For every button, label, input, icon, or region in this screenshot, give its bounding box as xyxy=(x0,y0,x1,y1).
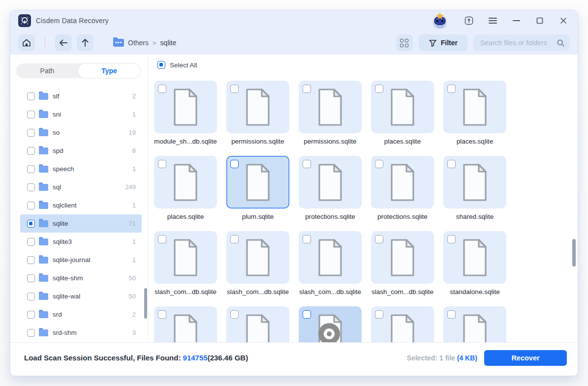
document-file-icon xyxy=(240,162,276,203)
folder-icon xyxy=(39,93,48,100)
file-checkbox[interactable] xyxy=(158,85,166,93)
maximize-icon[interactable] xyxy=(534,15,545,26)
file-tile[interactable] xyxy=(226,81,289,133)
file-tile[interactable] xyxy=(443,81,506,133)
file-tile[interactable] xyxy=(371,306,434,342)
filter-button[interactable]: Filter xyxy=(419,34,467,51)
file-checkbox[interactable] xyxy=(447,160,456,168)
up-button[interactable] xyxy=(77,34,93,51)
recover-button[interactable]: Recover xyxy=(484,350,567,366)
sidebar-scrollbar[interactable] xyxy=(144,288,147,319)
document-file-icon xyxy=(168,237,203,278)
file-tile[interactable] xyxy=(226,231,289,284)
file-tile[interactable] xyxy=(443,231,506,284)
toolbar-separator xyxy=(45,37,45,48)
file-checkbox[interactable] xyxy=(230,85,239,93)
main-scrollbar[interactable] xyxy=(572,239,576,267)
sidebar-item-slf[interactable]: slf2 xyxy=(20,87,142,105)
sidebar-item-spd[interactable]: spd6 xyxy=(20,142,142,160)
file-checkbox[interactable] xyxy=(303,85,311,93)
tab-type[interactable]: Type xyxy=(78,63,140,78)
folder-checkbox[interactable] xyxy=(27,293,35,300)
sidebar-item-sqlite-wal[interactable]: sqlite-wal50 xyxy=(20,287,142,305)
search-input[interactable] xyxy=(480,39,557,47)
file-tile[interactable] xyxy=(154,156,217,208)
file-checkbox[interactable] xyxy=(447,85,456,93)
select-all-checkbox[interactable] xyxy=(157,61,165,69)
file-checkbox[interactable] xyxy=(303,310,311,319)
file-tile[interactable] xyxy=(226,306,289,342)
file-tile[interactable] xyxy=(371,81,434,133)
file-tile[interactable] xyxy=(299,306,362,342)
sidebar-item-so[interactable]: so19 xyxy=(20,123,142,142)
file-name: shared.sqlite xyxy=(443,213,506,220)
sidebar-item-sqlite-shm[interactable]: sqlite-shm50 xyxy=(20,269,142,287)
sidebar-item-sqlclient[interactable]: sqlclient1 xyxy=(20,196,142,214)
breadcrumb-current[interactable]: sqlite xyxy=(160,39,177,47)
sidebar-item-srd[interactable]: srd2 xyxy=(20,305,142,324)
file-tile[interactable] xyxy=(299,81,362,133)
folder-checkbox[interactable] xyxy=(27,256,35,264)
sidebar-item-speech[interactable]: speech1 xyxy=(20,160,142,178)
file-checkbox[interactable] xyxy=(375,85,383,93)
file-checkbox[interactable] xyxy=(158,310,166,319)
folder-checkbox[interactable] xyxy=(27,311,35,319)
file-tile[interactable] xyxy=(154,81,217,133)
file-checkbox[interactable] xyxy=(447,235,456,243)
folder-checkbox[interactable] xyxy=(27,202,35,209)
file-checkbox[interactable] xyxy=(375,310,383,319)
file-checkbox[interactable] xyxy=(230,160,239,168)
folder-checkbox[interactable] xyxy=(27,165,35,173)
folder-checkbox[interactable] xyxy=(27,147,35,155)
search-icon[interactable] xyxy=(557,39,565,47)
file-checkbox[interactable] xyxy=(230,235,239,243)
folder-checkbox[interactable] xyxy=(27,238,35,246)
file-checkbox[interactable] xyxy=(158,160,166,168)
file-checkbox[interactable] xyxy=(158,235,166,243)
file-tile[interactable] xyxy=(226,156,289,208)
mascot-assistant-icon[interactable] xyxy=(429,12,451,30)
file-tile[interactable] xyxy=(299,231,362,284)
file-checkbox[interactable] xyxy=(375,235,383,243)
file-checkbox[interactable] xyxy=(303,235,311,243)
folder-checkbox[interactable] xyxy=(27,274,35,282)
file-tile[interactable] xyxy=(154,231,217,284)
file-tile[interactable] xyxy=(443,156,506,208)
sidebar-item-sni[interactable]: sni1 xyxy=(20,105,142,123)
folder-count: 6 xyxy=(132,147,136,154)
minimize-icon[interactable] xyxy=(511,15,522,26)
file-tile[interactable] xyxy=(299,156,362,208)
document-file-icon xyxy=(457,162,493,203)
sidebar-item-srd-shm[interactable]: srd-shm3 xyxy=(20,324,142,342)
file-checkbox[interactable] xyxy=(230,310,239,319)
file-tile[interactable] xyxy=(443,306,506,342)
folder-checkbox[interactable] xyxy=(27,329,35,337)
breadcrumb-root[interactable]: Others xyxy=(128,39,149,47)
tab-path[interactable]: Path xyxy=(16,63,78,78)
close-icon[interactable] xyxy=(558,15,569,26)
file-tile[interactable] xyxy=(154,306,217,342)
file-checkbox[interactable] xyxy=(447,310,456,319)
file-tile[interactable] xyxy=(371,156,434,208)
folder-icon xyxy=(39,184,48,191)
file-cell: module_sh...db.sqlite xyxy=(154,81,217,145)
sidebar-item-sqlite3[interactable]: sqlite31 xyxy=(20,233,142,251)
back-button[interactable] xyxy=(55,34,72,51)
folder-checkbox[interactable] xyxy=(27,129,35,137)
grid-view-button[interactable] xyxy=(396,34,413,51)
folder-checkbox[interactable] xyxy=(27,92,35,100)
share-icon[interactable] xyxy=(464,15,474,26)
file-tile[interactable] xyxy=(371,231,434,284)
folder-checkbox[interactable] xyxy=(27,111,35,119)
file-checkbox[interactable] xyxy=(303,160,311,168)
sidebar-item-sqlite[interactable]: sqlite71 xyxy=(20,214,142,233)
folder-checkbox[interactable] xyxy=(27,220,35,228)
menu-icon[interactable] xyxy=(487,15,498,26)
folder-icon xyxy=(39,238,48,245)
sidebar-item-sql[interactable]: sql249 xyxy=(20,178,142,196)
home-button[interactable] xyxy=(18,34,35,51)
sidebar-item-sqlite-journal[interactable]: sqlite-journal1 xyxy=(20,251,142,269)
file-checkbox[interactable] xyxy=(375,160,383,168)
document-file-icon xyxy=(385,237,420,278)
folder-checkbox[interactable] xyxy=(27,183,35,191)
